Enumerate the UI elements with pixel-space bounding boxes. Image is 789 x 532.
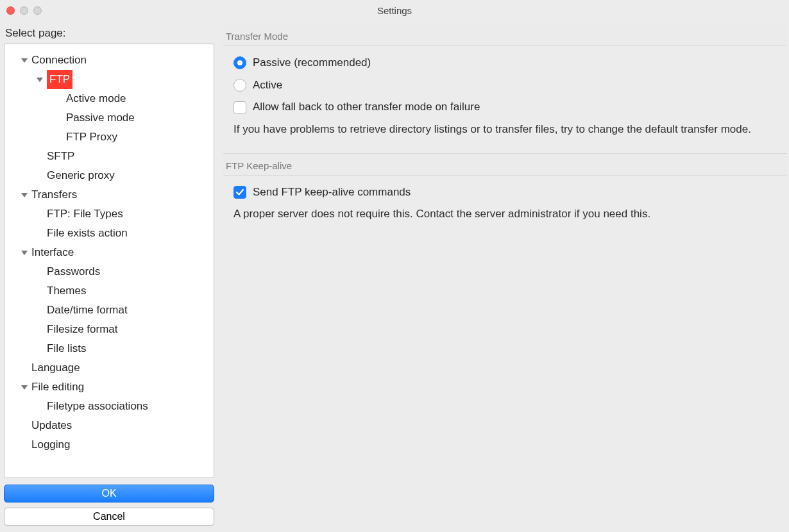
tree-item[interactable]: Updates (8, 416, 210, 435)
tree-item-label: Generic proxy (47, 166, 115, 185)
tree-item-label: Filesize format (47, 320, 118, 339)
tree-item-label: FTP (47, 70, 72, 89)
tree-item[interactable]: Language (8, 358, 210, 378)
tree-item-label: FTP Proxy (66, 128, 117, 147)
window-title: Settings (0, 5, 789, 16)
disclosure-spacer (21, 422, 28, 429)
checkbox-fallback-label: Allow fall back to other transfer mode o… (253, 99, 480, 115)
disclosure-spacer (37, 326, 43, 333)
tree-item-label: Themes (47, 281, 86, 301)
disclosure-spacer (37, 307, 43, 313)
keepalive-group: FTP Keep-alive Send FTP keep-alive comma… (223, 153, 786, 234)
tree-item[interactable]: Connection (8, 51, 210, 70)
transfer-mode-title: Transfer Mode (223, 24, 786, 46)
disclosure-triangle-icon[interactable] (21, 385, 28, 390)
tree-item-label: Passwords (47, 262, 100, 281)
radio-passive-row[interactable]: Passive (recommended) (233, 55, 776, 71)
checkbox-keepalive[interactable] (233, 186, 246, 199)
radio-active[interactable] (233, 79, 246, 92)
sidebar: Select page: ConnectionFTPActive modePas… (0, 21, 218, 532)
disclosure-spacer (37, 403, 43, 410)
tree-item-label: Transfers (31, 185, 77, 204)
tree-item[interactable]: Logging (8, 435, 210, 454)
disclosure-spacer (56, 134, 62, 140)
tree-item[interactable]: File exists action (8, 224, 210, 243)
disclosure-spacer (37, 230, 43, 237)
tree-item[interactable]: File editing (8, 378, 210, 397)
content-pane: Transfer Mode Passive (recommended) Acti… (218, 21, 789, 532)
tree-item[interactable]: FTP Proxy (8, 128, 210, 147)
tree-item-label: Active mode (66, 89, 126, 108)
checkbox-keepalive-row[interactable]: Send FTP keep-alive commands (233, 185, 776, 201)
tree-item[interactable]: Filesize format (8, 320, 210, 339)
tree-item[interactable]: SFTP (8, 147, 210, 166)
disclosure-spacer (37, 211, 43, 217)
tree-item[interactable]: Generic proxy (8, 166, 210, 185)
settings-tree-scroll[interactable]: ConnectionFTPActive modePassive modeFTP … (4, 44, 214, 478)
disclosure-spacer (37, 153, 43, 160)
disclosure-spacer (56, 115, 62, 121)
tree-item[interactable]: Themes (8, 281, 210, 301)
tree-item[interactable]: FTP (8, 70, 210, 89)
tree-item-label: SFTP (47, 147, 74, 166)
disclosure-spacer (21, 442, 28, 448)
disclosure-triangle-icon[interactable] (21, 193, 28, 197)
sidebar-buttons: OK Cancel (4, 478, 214, 526)
keepalive-help: A proper server does not require this. C… (233, 206, 759, 222)
checkbox-fallback-row[interactable]: Allow fall back to other transfer mode o… (233, 99, 776, 115)
settings-tree: ConnectionFTPActive modePassive modeFTP … (4, 44, 214, 478)
tree-item-label: Interface (31, 243, 74, 262)
tree-item[interactable]: File lists (8, 339, 210, 358)
tree-item[interactable]: Passwords (8, 262, 210, 281)
tree-item[interactable]: Passive mode (8, 108, 210, 128)
tree-item-label: Connection (31, 51, 87, 70)
cancel-button[interactable]: Cancel (4, 508, 214, 526)
disclosure-spacer (56, 96, 62, 102)
disclosure-spacer (37, 288, 43, 294)
checkbox-keepalive-label: Send FTP keep-alive commands (253, 185, 411, 201)
tree-item[interactable]: Transfers (8, 185, 210, 204)
tree-item[interactable]: Filetype associations (8, 397, 210, 416)
keepalive-title: FTP Keep-alive (223, 153, 786, 176)
tree-item[interactable]: FTP: File Types (8, 204, 210, 224)
checkbox-fallback[interactable] (233, 101, 246, 114)
disclosure-triangle-icon[interactable] (21, 251, 28, 255)
tree-item-label: File lists (47, 339, 86, 358)
disclosure-spacer (37, 269, 43, 275)
disclosure-spacer (37, 172, 43, 179)
tree-item-label: Language (31, 358, 80, 378)
disclosure-triangle-icon[interactable] (21, 58, 28, 63)
radio-active-label: Active (253, 78, 282, 94)
tree-item-label: FTP: File Types (47, 204, 123, 224)
tree-item[interactable]: Date/time format (8, 301, 210, 320)
ok-button[interactable]: OK (4, 485, 214, 503)
radio-active-row[interactable]: Active (233, 78, 776, 94)
titlebar: Settings (0, 0, 789, 21)
tree-item-label: Passive mode (66, 108, 135, 128)
disclosure-spacer (37, 345, 43, 352)
tree-item[interactable]: Interface (8, 243, 210, 262)
radio-passive-label: Passive (recommended) (253, 55, 371, 71)
transfer-mode-help: If you have problems to retrieve directo… (233, 122, 759, 138)
disclosure-triangle-icon[interactable] (37, 78, 43, 82)
tree-item-label: Logging (31, 435, 71, 454)
tree-item[interactable]: Active mode (8, 89, 210, 108)
radio-passive[interactable] (233, 56, 246, 69)
sidebar-heading: Select page: (4, 24, 214, 44)
tree-item-label: Updates (31, 416, 72, 435)
check-icon (235, 188, 244, 197)
disclosure-spacer (21, 365, 28, 371)
tree-item-label: File editing (31, 378, 84, 397)
transfer-mode-group: Transfer Mode Passive (recommended) Acti… (223, 24, 786, 149)
tree-item-label: File exists action (47, 224, 128, 243)
main-layout: Select page: ConnectionFTPActive modePas… (0, 21, 789, 532)
tree-item-label: Filetype associations (47, 397, 148, 416)
tree-item-label: Date/time format (47, 301, 128, 320)
